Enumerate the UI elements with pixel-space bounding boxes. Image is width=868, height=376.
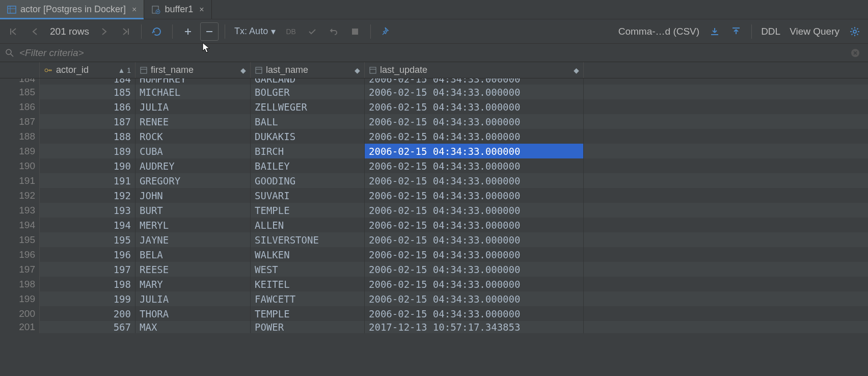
table-row[interactable]: 200200THORATEMPLE2006-02-15 04:34:33.000…	[0, 306, 868, 321]
cell-actor-id[interactable]: 184	[40, 78, 135, 85]
cell-first-name[interactable]: THORA	[135, 306, 251, 321]
cell-last-update[interactable]: 2006-02-15 04:34:33.000000	[365, 218, 584, 232]
cell-last-name[interactable]: BOLGER	[251, 85, 365, 99]
column-header-first-name[interactable]: first_name ◆	[135, 62, 251, 78]
row-number-cell[interactable]: 193	[0, 203, 40, 218]
filter-input[interactable]	[19, 47, 843, 59]
cell-last-update[interactable]: 2006-02-15 04:34:33.000000	[365, 129, 584, 144]
cell-first-name[interactable]: JOHN	[135, 188, 251, 203]
cell-actor-id[interactable]: 187	[40, 114, 135, 129]
cell-actor-id[interactable]: 185	[40, 85, 135, 99]
row-number-cell[interactable]: 199	[0, 291, 40, 306]
add-row-button[interactable]	[179, 22, 197, 41]
cell-last-update[interactable]: 2017-12-13 10:57:17.343853	[365, 321, 584, 333]
cell-first-name[interactable]: JULIA	[135, 291, 251, 306]
cell-last-name[interactable]: TEMPLE	[251, 203, 365, 218]
cell-last-name[interactable]: BAILEY	[251, 158, 365, 173]
cell-first-name[interactable]: MARY	[135, 277, 251, 291]
commit-button[interactable]	[303, 22, 321, 41]
cell-last-name[interactable]: SILVERSTONE	[251, 232, 365, 247]
row-number-cell[interactable]: 192	[0, 188, 40, 203]
cell-last-name[interactable]: BALL	[251, 114, 365, 129]
import-upload-button[interactable]	[727, 22, 745, 41]
cell-first-name[interactable]: GREGORY	[135, 173, 251, 188]
table-row[interactable]: 195195JAYNESILVERSTONE2006-02-15 04:34:3…	[0, 232, 868, 247]
cell-last-update[interactable]: 2006-02-15 04:34:33.000000	[365, 188, 584, 203]
cell-actor-id[interactable]: 193	[40, 203, 135, 218]
cell-last-name[interactable]: BIRCH	[251, 144, 365, 158]
cell-actor-id[interactable]: 188	[40, 129, 135, 144]
next-page-button[interactable]	[95, 22, 114, 41]
row-number-cell[interactable]: 189	[0, 144, 40, 158]
table-row[interactable]: 197197REESEWEST2006-02-15 04:34:33.00000…	[0, 262, 868, 277]
stop-button[interactable]	[346, 22, 364, 41]
cell-actor-id[interactable]: 192	[40, 188, 135, 203]
cell-last-name[interactable]: SUVARI	[251, 188, 365, 203]
cell-last-update[interactable]: 2006-02-15 04:34:33.000000	[365, 232, 584, 247]
table-row[interactable]: 191191GREGORYGOODING2006-02-15 04:34:33.…	[0, 173, 868, 188]
settings-button[interactable]	[846, 22, 864, 41]
cell-first-name[interactable]: MAX	[135, 321, 251, 333]
row-number-cell[interactable]: 194	[0, 218, 40, 232]
cell-last-update[interactable]: 2006-02-15 04:34:33.000000	[365, 262, 584, 277]
cell-first-name[interactable]: MERYL	[135, 218, 251, 232]
cell-last-name[interactable]: GARLAND	[251, 78, 365, 85]
cell-last-update[interactable]: 2006-02-15 04:34:33.000000	[365, 85, 584, 99]
cell-last-name[interactable]: ALLEN	[251, 218, 365, 232]
cell-last-name[interactable]: TEMPLE	[251, 306, 365, 321]
cell-last-update[interactable]: 2006-02-15 04:34:33.000000	[365, 173, 584, 188]
cell-actor-id[interactable]: 567	[40, 321, 135, 333]
last-page-button[interactable]	[117, 22, 135, 41]
cell-last-update[interactable]: 2006-02-15 04:34:33.000000	[365, 291, 584, 306]
table-row[interactable]: 188188ROCKDUKAKIS2006-02-15 04:34:33.000…	[0, 129, 868, 144]
table-row[interactable]: 199199JULIAFAWCETT2006-02-15 04:34:33.00…	[0, 291, 868, 306]
remove-row-button[interactable]	[200, 22, 219, 41]
rownum-column-header[interactable]	[0, 62, 40, 78]
tab-actor[interactable]: actor [Postgres in Docker] ×	[0, 0, 144, 19]
cell-actor-id[interactable]: 199	[40, 291, 135, 306]
ddl-button[interactable]: DDL	[758, 26, 783, 37]
row-number-cell[interactable]: 196	[0, 247, 40, 262]
cell-actor-id[interactable]: 191	[40, 173, 135, 188]
row-number-cell[interactable]: 198	[0, 277, 40, 291]
cell-first-name[interactable]: JULIA	[135, 99, 251, 114]
cell-first-name[interactable]: AUDREY	[135, 158, 251, 173]
cell-actor-id[interactable]: 189	[40, 144, 135, 158]
column-header-actor-id[interactable]: actor_id ▲ 1	[40, 62, 135, 78]
cell-last-name[interactable]: WALKEN	[251, 247, 365, 262]
cell-first-name[interactable]: BELA	[135, 247, 251, 262]
cell-last-update[interactable]: 2006-02-15 04:34:33.000000	[365, 203, 584, 218]
row-number-cell[interactable]: 188	[0, 129, 40, 144]
cell-last-update[interactable]: 2006-02-15 04:34:33.000000	[365, 114, 584, 129]
cell-last-update[interactable]: 2006-02-15 04:34:33.000000	[365, 277, 584, 291]
cell-actor-id[interactable]: 195	[40, 232, 135, 247]
cell-actor-id[interactable]: 200	[40, 306, 135, 321]
table-row[interactable]: 185185MICHAELBOLGER2006-02-15 04:34:33.0…	[0, 85, 868, 99]
table-row[interactable]: 186186JULIAZELLWEGER2006-02-15 04:34:33.…	[0, 99, 868, 114]
cell-last-name[interactable]: GOODING	[251, 173, 365, 188]
cell-last-name[interactable]: ZELLWEGER	[251, 99, 365, 114]
table-row[interactable]: 198198MARYKEITEL2006-02-15 04:34:33.0000…	[0, 277, 868, 291]
column-header-last-name[interactable]: last_name ◆	[251, 62, 365, 78]
close-icon[interactable]: ×	[132, 5, 137, 14]
cell-first-name[interactable]: ROCK	[135, 129, 251, 144]
clear-filter-icon[interactable]	[848, 48, 863, 58]
grid-body[interactable]: 184184HUMPHREYGARLAND2006-02-15 04:34:33…	[0, 78, 868, 333]
cell-last-name[interactable]: FAWCETT	[251, 291, 365, 306]
cell-actor-id[interactable]: 196	[40, 247, 135, 262]
cell-last-name[interactable]: KEITEL	[251, 277, 365, 291]
cell-first-name[interactable]: BURT	[135, 203, 251, 218]
table-row[interactable]: 184184HUMPHREYGARLAND2006-02-15 04:34:33…	[0, 78, 868, 85]
cell-last-update[interactable]: 2006-02-15 04:34:33.000000	[365, 247, 584, 262]
row-number-cell[interactable]: 200	[0, 306, 40, 321]
cell-last-name[interactable]: POWER	[251, 321, 365, 333]
cell-last-update[interactable]: 2006-02-15 04:34:33.000000	[365, 99, 584, 114]
cell-first-name[interactable]: REESE	[135, 262, 251, 277]
row-number-cell[interactable]: 186	[0, 99, 40, 114]
table-row[interactable]: 194194MERYLALLEN2006-02-15 04:34:33.0000…	[0, 218, 868, 232]
cell-actor-id[interactable]: 190	[40, 158, 135, 173]
row-number-cell[interactable]: 190	[0, 158, 40, 173]
table-row[interactable]: 193193BURTTEMPLE2006-02-15 04:34:33.0000…	[0, 203, 868, 218]
cell-first-name[interactable]: CUBA	[135, 144, 251, 158]
reload-button[interactable]	[148, 22, 166, 41]
